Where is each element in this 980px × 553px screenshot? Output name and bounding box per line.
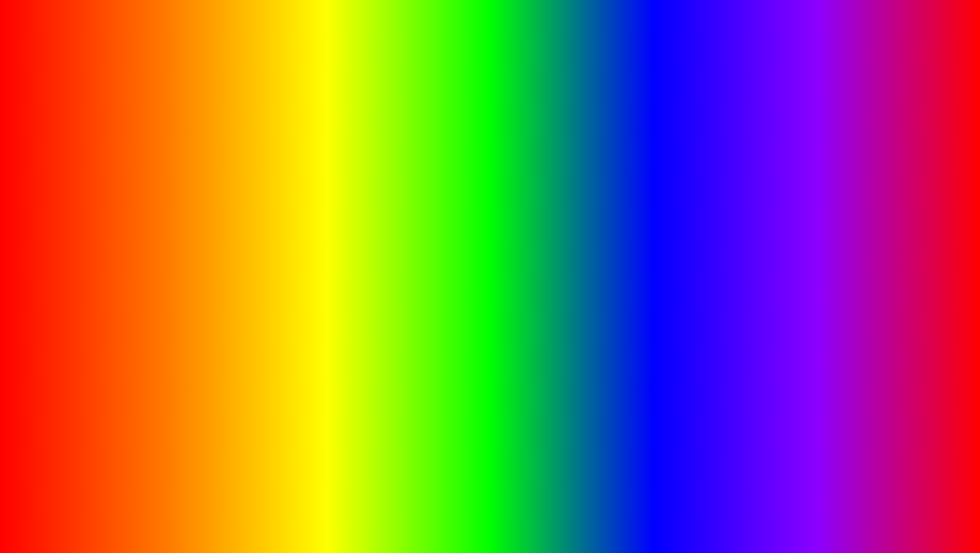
select-weapon-label-row: Select Weapon xyxy=(92,240,337,248)
skill-x-label: Skill X xyxy=(709,232,728,239)
sidebar-left-combat[interactable]: Combat xyxy=(49,171,82,184)
right-sidebar: Main Combat Stats Teleport Dungeon xyxy=(664,151,702,336)
script-label: SCRIPT xyxy=(428,486,595,538)
select-health-label: Select Health xyxy=(709,196,748,204)
left-sidebar: Main Combat Stats Teleport Dungeon xyxy=(47,151,85,336)
sidebar-right-main[interactable]: Main xyxy=(666,156,699,169)
fast-attack-dropdown[interactable]: Select FastAttack : Normal Fast ▼ xyxy=(92,174,337,189)
title-blox: BLOX xyxy=(207,10,442,103)
remove-effect-row: Remove Effect xyxy=(92,195,337,204)
skill-x-checkbox[interactable]: ✓ xyxy=(914,231,923,240)
sidebar-right-combat[interactable]: Combat xyxy=(666,171,699,184)
auto-farm-level-top-checkbox[interactable] xyxy=(92,210,102,219)
mastery-dropdown-value: Select Farm Mastery Mode : Fruit Mastery xyxy=(715,178,829,185)
sidebar-right-dungeon[interactable]: Dungeon xyxy=(666,216,699,228)
left-panel-content: Fast Attack ✓ Select FastAttack : Normal… xyxy=(85,151,344,336)
skill-c-checkbox[interactable]: ✓ xyxy=(914,246,923,255)
title-fruits: FRUITS xyxy=(465,10,774,103)
skill-c-row: Skill C ✓ xyxy=(709,246,923,255)
mastery-dropdown[interactable]: Select Farm Mastery Mode : Fruit Mastery… xyxy=(709,174,923,189)
pastebin-label: PASTEBIN xyxy=(605,486,833,538)
health-slider-track[interactable] xyxy=(709,208,923,210)
auto-farm-level-checkbox[interactable]: ✓ xyxy=(328,225,337,234)
auto-farm-mastery-row: Auto Farm Mastery xyxy=(709,158,923,167)
bottom-text-area: AUTO FARM SCRIPT PASTEBIN xyxy=(147,486,833,538)
auto-farm-mastery-checkbox[interactable] xyxy=(914,158,923,167)
skill-z-label: Skill Z xyxy=(709,217,727,224)
fast-attack-label: Fast Attack xyxy=(92,159,125,167)
remove-effect-checkbox[interactable] xyxy=(328,195,337,204)
sidebar-left-dungeon[interactable]: Dungeon xyxy=(49,216,82,228)
auto-farm-mastery-label: Auto Farm Mastery xyxy=(709,159,766,167)
auto-farm-level-top-label: Auto Farm Level xyxy=(107,211,337,219)
auto-farm-level-top-row: Auto Farm Level xyxy=(92,210,337,219)
skill-v-label: Skill V xyxy=(709,262,728,270)
right-panel-content: Auto Farm Mastery Select Farm Mastery Mo… xyxy=(702,151,931,336)
fast-attack-dropdown-value: Select FastAttack : Normal Fast xyxy=(98,178,184,185)
mastery-dropdown-arrow: ▼ xyxy=(912,179,918,184)
skill-v-checkbox[interactable]: ✓ xyxy=(914,261,923,270)
skill-z-checkbox[interactable]: ✓ xyxy=(914,216,923,225)
skill-x-row: Skill X ✓ xyxy=(709,231,923,240)
select-weapon-dropdown-value: Select Weapon : Godhuman xyxy=(98,258,175,265)
select-weapon-label: Select Weapon xyxy=(92,240,137,248)
fast-attack-row: Fast Attack ✓ xyxy=(92,158,337,167)
sidebar-left-stats[interactable]: Stats xyxy=(49,186,82,198)
sidebar-left-teleport[interactable]: Teleport xyxy=(49,201,82,213)
select-weapon-dropdown[interactable]: Select Weapon : Godhuman ▼ xyxy=(92,254,337,269)
auto-farm-level-row: Auto Farm Level ✓ xyxy=(92,225,337,234)
blox-logo-text1: BL●X xyxy=(891,476,932,489)
fast-attack-checkbox[interactable]: ✓ xyxy=(328,158,337,167)
sidebar-right-stats[interactable]: Stats xyxy=(666,186,699,198)
health-slider-thumb[interactable] xyxy=(759,205,766,212)
title-area: BLOX FRUITS xyxy=(207,10,774,103)
sidebar-left-main[interactable]: Main xyxy=(49,156,82,169)
auto-farm-level-label: Auto Farm Level xyxy=(92,226,141,234)
blox-logo-text2: FRUITS xyxy=(891,489,932,502)
health-slider-fill xyxy=(709,208,763,210)
panel-right: Main Combat Stats Teleport Dungeon Auto … xyxy=(663,150,932,337)
auto-farm-label: AUTO FARM xyxy=(147,486,417,538)
blox-fruits-logo: 💀 BL●X FRUITS xyxy=(891,433,932,502)
select-health-area: Select Health 25 xyxy=(709,195,923,210)
remove-effect-label: Remove Effect xyxy=(92,196,136,203)
panel-left: Main Combat Stats Teleport Dungeon Fast … xyxy=(46,150,345,337)
health-label-row: Select Health 25 xyxy=(709,195,923,205)
fast-attack-dropdown-arrow: ▼ xyxy=(326,179,331,184)
skill-c-label: Skill C xyxy=(709,247,728,255)
health-value[interactable]: 25 xyxy=(907,195,923,205)
select-weapon-dropdown-arrow: ▼ xyxy=(326,259,331,265)
sidebar-right-teleport[interactable]: Teleport xyxy=(666,201,699,213)
skill-v-row: Skill V ✓ xyxy=(709,261,923,270)
skull-icon: 💀 xyxy=(891,433,932,473)
skill-z-row: Skill Z ✓ xyxy=(709,216,923,225)
